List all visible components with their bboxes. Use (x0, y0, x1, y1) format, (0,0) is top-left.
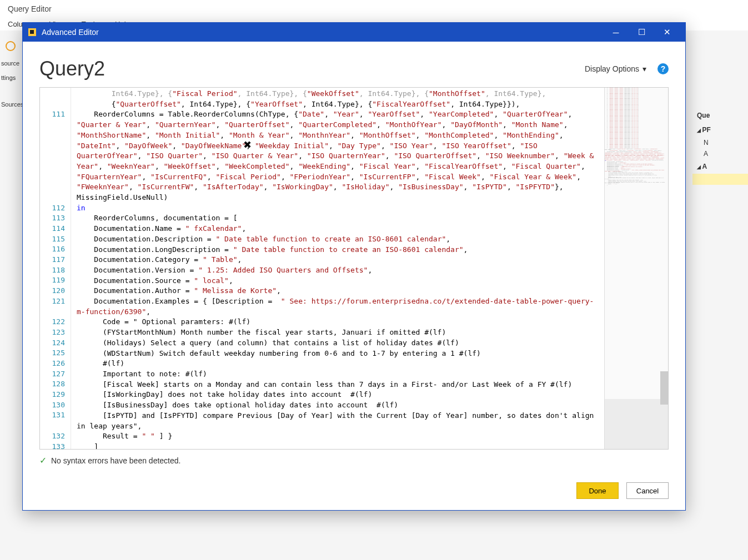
dialog-titlebar[interactable]: Advanced Editor ─ ☐ ✕ (23, 23, 685, 42)
close-button[interactable]: ✕ (654, 23, 680, 42)
maximize-button[interactable]: ☐ (629, 23, 654, 42)
right-section-pf[interactable]: PF (692, 123, 748, 137)
done-button[interactable]: Done (576, 482, 619, 499)
display-options-label: Display Options (585, 64, 639, 73)
minimap[interactable]: x = "value", "value", "value", Int64.Typ… (604, 88, 668, 449)
dialog-header: Query2 Display Options ▾ ? (23, 42, 685, 87)
minimap-viewport[interactable] (605, 399, 668, 449)
right-section-a2[interactable]: A (692, 159, 748, 174)
right-properties-panel: Que PF N A A (692, 108, 748, 185)
gear-icon (6, 41, 16, 51)
app-icon (28, 28, 36, 36)
bg-left-source: source (1, 60, 20, 67)
checkmark-icon: ✓ (39, 455, 47, 466)
advanced-editor-dialog: Advanced Editor ─ ☐ ✕ Query2 Display Opt… (22, 22, 686, 511)
query-name: Query2 (39, 57, 585, 80)
right-item-n: N (692, 137, 748, 148)
vertical-scrollbar[interactable] (660, 371, 668, 405)
right-query-label: Que (692, 108, 748, 123)
cancel-button[interactable]: Cancel (626, 482, 669, 499)
code-content[interactable]: Int64.Type}, {"Fiscal Period", Int64.Typ… (71, 88, 604, 449)
status-bar: ✓ No syntax errors have been detected. (23, 450, 685, 468)
dialog-title: Advanced Editor (42, 28, 603, 37)
status-message: No syntax errors have been detected. (51, 456, 180, 465)
code-editor[interactable]: 1111121131141151161171181191201211221231… (39, 87, 669, 450)
right-item-a1: A (692, 148, 748, 159)
help-icon[interactable]: ? (657, 63, 669, 74)
chevron-down-icon: ▾ (642, 64, 646, 73)
bg-left-strip: source ttings Sources (0, 38, 21, 119)
bg-left-sources: Sources (1, 101, 20, 108)
minimap-content: x = "value", "value", "value", Int64.Typ… (605, 88, 665, 186)
minimize-button[interactable]: ─ (603, 23, 629, 42)
line-number-gutter: 1111121131141151161171181191201211221231… (40, 88, 71, 449)
bg-left-ttings: ttings (1, 74, 20, 81)
display-options-dropdown[interactable]: Display Options ▾ (585, 64, 646, 73)
right-item-highlight (692, 174, 748, 185)
dialog-buttons: Done Cancel (23, 468, 685, 510)
bg-window-title: Query Editor (0, 0, 748, 18)
